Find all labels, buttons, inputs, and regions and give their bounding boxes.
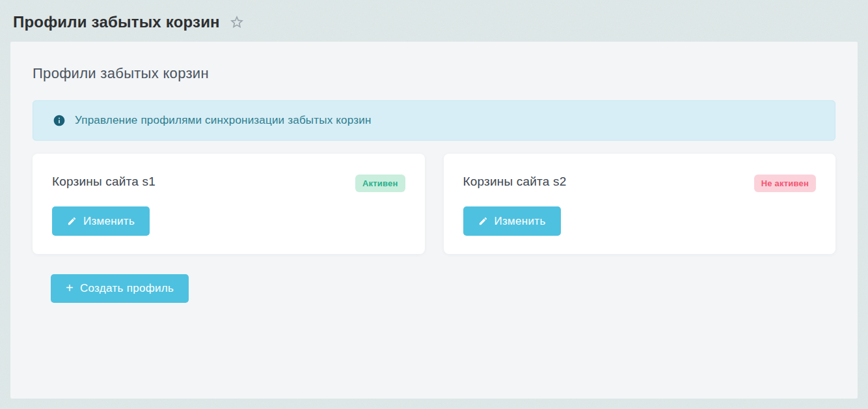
page-header: Профили забытых корзин (0, 0, 868, 42)
edit-button[interactable]: Изменить (52, 206, 150, 236)
page: Профили забытых корзин Профили забытых к… (0, 0, 868, 409)
status-badge: Не активен (754, 175, 816, 192)
star-outline-icon (229, 14, 245, 30)
create-button-label: Создать профиль (80, 282, 174, 295)
create-profile-button[interactable]: + Создать профиль (51, 274, 189, 303)
main-panel: Профили забытых корзин Управление профил… (10, 42, 858, 399)
profile-card: Корзины сайта s2 Не активен Изменить (444, 154, 836, 254)
edit-button[interactable]: Изменить (463, 206, 561, 236)
page-title: Профили забытых корзин (13, 13, 220, 31)
info-alert: Управление профилями синхронизации забыт… (33, 100, 835, 141)
profile-name: Корзины сайта s2 (463, 175, 567, 189)
panel-heading: Профили забытых корзин (33, 65, 835, 82)
favorite-star-icon[interactable] (229, 14, 245, 30)
pencil-icon (478, 216, 488, 226)
info-icon (53, 114, 66, 127)
profiles-list: Корзины сайта s1 Активен Изменить Корзин… (33, 154, 835, 254)
profile-card-header: Корзины сайта s1 Активен (52, 175, 405, 192)
edit-button-label: Изменить (495, 215, 546, 228)
profile-card-header: Корзины сайта s2 Не активен (463, 175, 817, 192)
info-alert-text: Управление профилями синхронизации забыт… (75, 114, 372, 127)
pencil-icon (67, 216, 77, 226)
profile-name: Корзины сайта s1 (52, 175, 156, 189)
edit-button-label: Изменить (83, 215, 135, 228)
profile-card: Корзины сайта s1 Активен Изменить (33, 154, 425, 254)
status-badge: Активен (355, 175, 405, 192)
plus-icon: + (66, 281, 74, 294)
